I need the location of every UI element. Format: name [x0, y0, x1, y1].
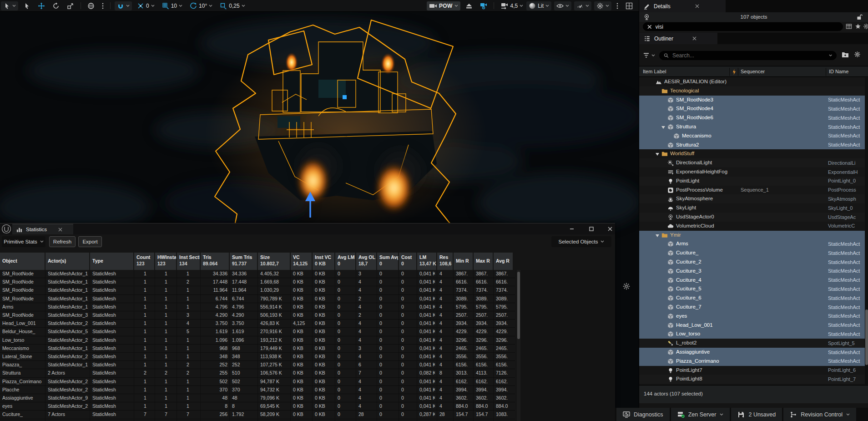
- column-divider[interactable]: [738, 68, 738, 76]
- stats-table-row[interactable]: SM_RootNodeStaticMeshActor_141StaticMesh…: [0, 286, 515, 294]
- scope-dropdown[interactable]: Selected Objects: [551, 236, 611, 247]
- stats-table-row[interactable]: SM_RootNodeStaticMeshActor_13StaticMesh1…: [0, 270, 515, 278]
- outliner-row[interactable]: ArmsStaticMeshAct: [639, 239, 868, 249]
- move-tool-button[interactable]: [35, 1, 47, 10]
- stats-table-row[interactable]: Head_Low_001StaticMeshActor_23StaticMesh…: [0, 320, 515, 328]
- stats-column-header[interactable]: Inst Sectio134: [177, 253, 201, 270]
- world-coordinate-button[interactable]: [85, 1, 97, 10]
- stats-column-header[interactable]: Sum Avg0: [377, 253, 399, 270]
- grid-snap-dropdown[interactable]: 10: [160, 1, 185, 10]
- details-search-input[interactable]: [643, 22, 843, 31]
- outliner-column-header[interactable]: Item Label Sequencer ID Name: [639, 66, 868, 77]
- stats-table-row[interactable]: SM_RootNodeStaticMeshActor_10StaticMesh1…: [0, 278, 515, 286]
- outliner-row[interactable]: PointLightPointLight_0: [639, 177, 868, 186]
- viewport-options-menu[interactable]: [614, 1, 621, 10]
- stats-column-header[interactable]: Sum Tris91.737: [230, 253, 258, 270]
- outliner-row[interactable]: Tecnological: [639, 86, 868, 96]
- maximize-button[interactable]: [586, 224, 596, 233]
- camera-view-button[interactable]: [478, 1, 490, 10]
- outliner-scrollbar[interactable]: [865, 77, 868, 385]
- stats-column-header[interactable]: HWInstanc123: [155, 253, 177, 270]
- stats-table-row[interactable]: PlaccheStaticMeshActor_29StaticMesh11137…: [0, 386, 515, 394]
- stats-column-header[interactable]: Max R: [474, 253, 494, 270]
- stats-column-header[interactable]: Cost0: [399, 253, 417, 270]
- optimization-viewmodes-dropdown[interactable]: [574, 1, 591, 10]
- outliner-row[interactable]: Cuciture_6StaticMeshAct: [639, 294, 868, 303]
- outliner-row[interactable]: SM_RootNode3StaticMeshAct: [639, 96, 868, 105]
- scale-snap-dropdown[interactable]: 0,25: [217, 1, 247, 10]
- export-button[interactable]: Export: [78, 236, 102, 247]
- column-sequencer[interactable]: Sequencer: [741, 69, 765, 74]
- outliner-row[interactable]: Low_torsoStaticMeshAct: [639, 330, 868, 339]
- outliner-row[interactable]: UsdStageActor0UsdStageAc: [639, 213, 868, 222]
- scale-tool-button[interactable]: [65, 1, 76, 10]
- new-folder-icon[interactable]: [842, 51, 849, 58]
- statusbar-zen-server[interactable]: Zen Server: [671, 408, 730, 421]
- stats-table-row[interactable]: Piaazza_StaticMeshActor_115StaticMesh112…: [0, 361, 515, 369]
- rotate-tool-button[interactable]: [50, 1, 62, 10]
- stats-column-header[interactable]: Avg LM0: [335, 253, 356, 270]
- outliner-row[interactable]: WorldStuff: [639, 149, 868, 158]
- viewport-settings-dropdown[interactable]: [594, 1, 611, 10]
- minimize-button[interactable]: [567, 224, 577, 233]
- view-mode-dropdown[interactable]: Lit: [526, 1, 551, 10]
- stats-table-row[interactable]: Cuciture_7 ActorsStaticMesh7772561.79258…: [0, 411, 515, 419]
- select-mode-dropdown[interactable]: [1, 1, 18, 10]
- outliner-search-input[interactable]: [659, 51, 837, 60]
- camera-mode-dropdown[interactable]: POW: [427, 1, 460, 10]
- outliner-row[interactable]: Head_Low_001StaticMeshAct: [639, 321, 868, 330]
- unlock-icon[interactable]: [857, 14, 863, 20]
- display-grid-icon[interactable]: [846, 23, 852, 30]
- outliner-row[interactable]: PointLight7PointLight_6: [639, 366, 868, 375]
- chevron-down-icon[interactable]: [829, 54, 832, 57]
- statusbar-2-unsaved[interactable]: 2 Unsaved: [731, 408, 782, 421]
- outliner-row[interactable]: Cuciture_2StaticMeshAct: [639, 258, 868, 267]
- rotation-snap-dropdown[interactable]: 10°: [187, 1, 215, 10]
- outliner-row[interactable]: SM_RootNode4StaticMeshAct: [639, 104, 868, 113]
- close-tab-icon[interactable]: [695, 4, 699, 8]
- stats-table-row[interactable]: SM_RootNodeStaticMeshActor_1574StaticMes…: [0, 295, 515, 303]
- stats-column-header[interactable]: Size10.802,7: [258, 253, 291, 270]
- outliner-row[interactable]: Cuciture_4StaticMeshAct: [639, 276, 868, 285]
- stats-column-header[interactable]: Count123: [134, 253, 155, 270]
- outliner-scrollbar-thumb[interactable]: [865, 309, 868, 365]
- outliner-row[interactable]: AssiaggiuntiveStaticMeshAct: [639, 348, 868, 357]
- outliner-row[interactable]: SkyAtmosphereSkyAtmosph: [639, 194, 868, 203]
- outliner-row[interactable]: MeccanismoStaticMeshAct: [639, 132, 868, 141]
- statistics-titlebar[interactable]: Statistics: [0, 223, 615, 234]
- stats-table-row[interactable]: MeccanismoStaticMeshActor_16StaticMesh11…: [0, 345, 515, 353]
- stats-table-row[interactable]: Struttura2 ActorsStaticMesh222255510106,…: [0, 369, 515, 377]
- tab-statistics[interactable]: Statistics: [12, 224, 73, 234]
- expand-arrow-icon[interactable]: [656, 234, 659, 237]
- stats-scrollbar[interactable]: [517, 270, 520, 421]
- close-tab-icon[interactable]: [58, 228, 62, 232]
- stats-column-header[interactable]: Object: [0, 253, 45, 270]
- statusbar-diagnostics[interactable]: Diagnostics: [616, 408, 670, 421]
- stats-table-row[interactable]: Piassacinale70 ActorsStaticMesh707070128…: [0, 419, 515, 421]
- outliner-row[interactable]: DirectionalLightDirectionalLi: [639, 158, 868, 167]
- surface-snapping-dropdown[interactable]: [115, 1, 132, 10]
- select-tool-button[interactable]: [21, 1, 33, 10]
- filter-icon[interactable]: [643, 52, 650, 58]
- favorites-icon[interactable]: [855, 23, 861, 30]
- outliner-row[interactable]: SM_RootNode6StaticMeshAct: [639, 113, 868, 122]
- outliner-row[interactable]: eyesStaticMeshAct: [639, 312, 868, 321]
- details-search-field[interactable]: [656, 24, 838, 30]
- stats-column-header[interactable]: Inst VC0 KB: [313, 253, 335, 270]
- column-divider[interactable]: [729, 68, 730, 76]
- stats-column-header[interactable]: Res108,6: [437, 253, 454, 270]
- tab-outliner[interactable]: Outliner: [639, 33, 717, 44]
- outliner-row[interactable]: Cuciture_7StaticMeshAct: [639, 303, 868, 312]
- statusbar-revision-control[interactable]: Revision Control: [783, 408, 856, 421]
- outliner-row[interactable]: Cuciture_StaticMeshAct: [639, 249, 868, 258]
- outliner-row[interactable]: PostProcessVolumeSequence_1PostProcess: [639, 186, 868, 195]
- tab-details[interactable]: Details: [639, 0, 726, 12]
- stats-column-header[interactable]: Avg R: [494, 253, 514, 270]
- stats-table-row[interactable]: eyesStaticMeshActor_22StaticMesh1118869,…: [0, 402, 515, 411]
- outliner-row[interactable]: AESIR_BATALION (Editor): [639, 77, 868, 86]
- outliner-row[interactable]: Cuciture_3StaticMeshAct: [639, 267, 868, 276]
- details-settings-icon[interactable]: [863, 23, 868, 30]
- camera-speed-dropdown[interactable]: 4,5: [498, 1, 526, 10]
- stats-column-header[interactable]: Avg OL18,7: [356, 253, 377, 270]
- chevron-down-icon[interactable]: [651, 54, 655, 57]
